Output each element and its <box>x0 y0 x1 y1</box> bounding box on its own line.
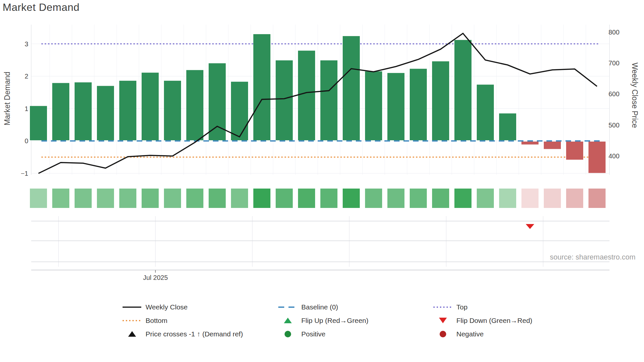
left-tick-label: 1 <box>25 105 28 112</box>
legend-label: Flip Down (Green→Red) <box>456 317 532 325</box>
legend-item-weekly-close[interactable]: Weekly Close <box>123 303 278 311</box>
heatmap-cell <box>142 189 159 208</box>
heatmap-cell <box>52 189 69 208</box>
heatmap-cell <box>544 189 561 208</box>
legend-item-price-crosses[interactable]: Price crosses -1 ↑ (Demand ref) <box>123 330 278 338</box>
x-axis-tick-label: Jul 2025 <box>143 274 168 282</box>
chart-title: Market Demand <box>3 1 80 13</box>
negative-dot-icon <box>433 330 452 338</box>
legend-item-bottom[interactable]: Bottom <box>123 316 278 325</box>
demand-bar <box>521 142 539 145</box>
heatmap-cell <box>276 189 293 208</box>
right-tick-label: 400 <box>609 152 619 160</box>
right-tick-label: 600 <box>609 90 619 98</box>
heatmap-cell <box>231 189 248 208</box>
price-crosses-triangle-up-icon <box>123 330 141 338</box>
heatmap-cell <box>298 189 315 208</box>
heatmap-cell <box>209 189 226 208</box>
demand-bar <box>365 71 382 140</box>
heatmap-cell <box>566 189 583 208</box>
demand-bar <box>477 85 494 140</box>
demand-bar <box>119 81 136 140</box>
heatmap-cell <box>410 189 427 208</box>
right-axis-title: Weekly Close Price <box>630 63 639 128</box>
demand-bar <box>588 142 606 173</box>
heatmap-cell <box>387 189 404 208</box>
legend-label: Positive <box>301 330 326 338</box>
baseline-line-swatch-icon <box>278 303 297 311</box>
legend: Weekly CloseBaseline (0)TopBottomFlip Up… <box>123 303 542 338</box>
right-tick-label: 800 <box>609 29 619 36</box>
source-attribution: source: sharemaestro.com <box>550 253 635 261</box>
demand-bar <box>544 142 561 149</box>
heatmap-cell <box>253 189 270 208</box>
demand-bar <box>75 82 92 140</box>
demand-bar <box>97 86 114 140</box>
legend-item-positive[interactable]: Positive <box>278 330 433 338</box>
legend-item-baseline[interactable]: Baseline (0) <box>278 303 433 311</box>
flip-up-triangle-up-icon <box>278 317 297 325</box>
legend-item-flip-up[interactable]: Flip Up (Red→Green) <box>278 316 433 325</box>
legend-item-top[interactable]: Top <box>433 303 542 311</box>
heatmap-cell <box>320 189 337 208</box>
legend-label: Flip Up (Red→Green) <box>301 317 368 325</box>
heatmap-cell <box>477 189 494 208</box>
heatmap-cell <box>588 189 606 208</box>
legend-item-flip-down[interactable]: Flip Down (Green→Red) <box>433 316 542 325</box>
legend-label: Top <box>456 303 468 311</box>
top-line-swatch-icon <box>433 303 452 311</box>
legend-label: Price crosses -1 ↑ (Demand ref) <box>146 330 243 338</box>
heatmap-cell <box>119 189 136 208</box>
heatmap-cell <box>454 189 472 208</box>
bottom-line-swatch-icon <box>123 317 141 325</box>
heatmap-cell <box>30 189 47 208</box>
legend-label: Bottom <box>146 317 168 325</box>
heatmap-cell <box>365 189 382 208</box>
demand-bar <box>320 60 337 140</box>
left-tick-label: −1 <box>21 170 28 177</box>
left-tick-label: 2 <box>25 73 28 80</box>
weekly-close-line-swatch-icon <box>123 303 141 311</box>
left-tick-label: 3 <box>25 40 28 48</box>
legend-label: Weekly Close <box>146 303 188 311</box>
demand-bar <box>142 73 159 140</box>
demand-bar <box>186 70 203 140</box>
demand-bar <box>253 34 270 140</box>
positive-dot-icon <box>278 330 297 338</box>
demand-bar <box>164 81 181 140</box>
demand-bar <box>499 113 516 140</box>
demand-bar <box>30 106 47 140</box>
demand-bar <box>566 142 583 160</box>
heatmap-cell <box>97 189 114 208</box>
heatmap-cell <box>186 189 203 208</box>
demand-bar <box>454 40 472 140</box>
demand-bar <box>410 69 427 140</box>
demand-bar <box>52 83 69 140</box>
heatmap-cell <box>164 189 181 208</box>
left-axis-title: Market Demand <box>3 72 12 125</box>
left-tick-label: 0 <box>25 137 28 145</box>
demand-bar <box>432 61 449 140</box>
legend-item-negative[interactable]: Negative <box>433 330 542 338</box>
right-tick-label: 500 <box>609 122 619 129</box>
demand-bar <box>387 73 404 140</box>
legend-label: Baseline (0) <box>301 303 338 311</box>
demand-bar <box>298 51 315 140</box>
right-tick-label: 700 <box>609 59 619 67</box>
flip-down-marker-icon <box>526 224 534 229</box>
flip-down-triangle-down-icon <box>433 317 452 325</box>
demand-bar <box>276 60 293 140</box>
heatmap-cell <box>499 189 516 208</box>
demand-bar <box>343 36 360 140</box>
demand-bar <box>231 82 248 140</box>
market-demand-chart: 3210−1800700600500400 Market Demand Mark… <box>0 0 644 362</box>
legend-label: Negative <box>456 330 484 338</box>
heatmap-cell <box>75 189 92 208</box>
heatmap-cell <box>343 189 360 208</box>
heatmap-cell <box>432 189 449 208</box>
heatmap-cell <box>521 189 539 208</box>
